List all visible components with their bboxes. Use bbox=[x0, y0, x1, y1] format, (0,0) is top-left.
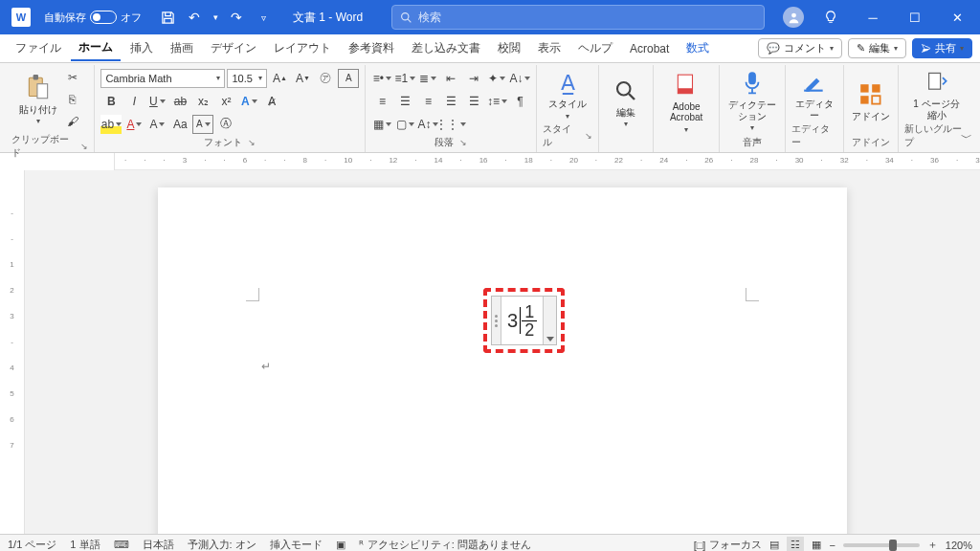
borders-button[interactable]: ▢ bbox=[394, 115, 415, 134]
view-web-layout[interactable]: ▦ bbox=[812, 539, 821, 551]
editor-button[interactable]: エディター bbox=[793, 68, 835, 121]
asian-layout-button[interactable]: ✦ bbox=[486, 69, 507, 88]
align-left-button[interactable]: ≡ bbox=[371, 92, 392, 111]
editing-mode-button[interactable]: ✎ 編集 ▾ bbox=[848, 38, 906, 58]
page-canvas[interactable]: ↵ 3 1 2 bbox=[25, 170, 980, 534]
equation-object[interactable]: 3 1 2 bbox=[491, 296, 557, 345]
tab-file[interactable]: ファイル bbox=[8, 36, 69, 60]
horizontal-ruler[interactable]: ···3··6··8·10·12·14·16·18·20·22·24·26·28… bbox=[115, 153, 980, 170]
tab-acrobat[interactable]: Acrobat bbox=[622, 38, 677, 59]
show-marks-button[interactable]: ¶ bbox=[509, 92, 530, 111]
strike-button[interactable]: ab bbox=[169, 92, 190, 111]
share-button[interactable]: ⮚ 共有 ▾ bbox=[912, 38, 972, 58]
shading-button[interactable]: ▦ bbox=[371, 115, 392, 134]
enclose-circle-button[interactable]: Ⓐ bbox=[215, 115, 236, 134]
char-border-button[interactable]: A bbox=[192, 115, 213, 134]
zoom-in-button[interactable]: ＋ bbox=[927, 538, 938, 551]
char-shading-button[interactable]: A bbox=[146, 115, 167, 134]
font-size-combo[interactable]: 10.5▾ bbox=[227, 69, 267, 88]
styles-button[interactable]: A̲ スタイル▾ bbox=[546, 68, 589, 121]
help-lightbulb-icon[interactable] bbox=[812, 0, 850, 34]
search-box[interactable]: 検索 bbox=[391, 5, 765, 30]
equation-content[interactable]: 3 1 2 bbox=[501, 297, 543, 344]
increase-indent-button[interactable]: ⇥ bbox=[463, 69, 484, 88]
zoom-slider[interactable] bbox=[843, 543, 920, 547]
font-name-combo[interactable]: Cambria Math▾ bbox=[100, 69, 225, 88]
tab-draw[interactable]: 描画 bbox=[163, 36, 201, 60]
tab-insert[interactable]: 挿入 bbox=[122, 36, 161, 60]
tab-mailings[interactable]: 差し込み文書 bbox=[404, 36, 488, 60]
collapse-ribbon-button[interactable]: ﹀ bbox=[961, 130, 972, 146]
status-text-predictions-icon[interactable]: ⌨ bbox=[114, 539, 129, 551]
zoom-out-button[interactable]: − bbox=[829, 540, 835, 551]
cut-button[interactable]: ✂ bbox=[62, 68, 83, 87]
shrink-font-button[interactable]: A▼ bbox=[292, 69, 313, 88]
tab-help[interactable]: ヘルプ bbox=[570, 36, 620, 60]
status-macro-icon[interactable]: ▣ bbox=[336, 539, 345, 551]
tab-references[interactable]: 参考資料 bbox=[341, 36, 402, 60]
shrink-one-page-button[interactable]: 1 ページ分縮小 bbox=[912, 68, 962, 121]
dictation-button[interactable]: ディクテーション▾ bbox=[725, 69, 779, 132]
status-language[interactable]: 日本語 bbox=[143, 538, 174, 551]
tab-design[interactable]: デザイン bbox=[203, 36, 264, 60]
font-color-button[interactable]: A bbox=[123, 115, 145, 134]
qat-customize[interactable]: ▿ bbox=[253, 7, 274, 28]
addins-button[interactable]: アドイン bbox=[850, 80, 892, 122]
status-insert-mode[interactable]: 挿入モード bbox=[270, 538, 323, 551]
copy-button[interactable]: ⎘ bbox=[62, 90, 83, 109]
tab-layout[interactable]: レイアウト bbox=[266, 36, 339, 60]
italic-button[interactable]: I bbox=[123, 92, 145, 111]
format-painter-button[interactable]: 🖌 bbox=[62, 112, 83, 131]
align-right-button[interactable]: ≡ bbox=[417, 92, 438, 111]
numbering-button[interactable]: ≡1 bbox=[394, 69, 415, 88]
equation-options-dropdown[interactable] bbox=[543, 297, 556, 344]
phonetic-guide-button[interactable]: ㋐ bbox=[315, 69, 336, 88]
paragraph-settings-button[interactable]: ⋮⋮ bbox=[440, 115, 461, 134]
sort-button[interactable]: A↓ bbox=[509, 69, 530, 88]
view-print-layout[interactable]: ☷ bbox=[787, 537, 804, 551]
account-avatar[interactable] bbox=[783, 7, 804, 28]
maximize-button[interactable]: ☐ bbox=[896, 0, 934, 34]
enclose-chars-button[interactable]: A bbox=[338, 69, 359, 88]
equation-move-handle[interactable] bbox=[492, 297, 501, 344]
tab-home[interactable]: ホーム bbox=[71, 35, 121, 61]
underline-button[interactable]: U bbox=[146, 92, 167, 111]
change-case-button[interactable]: Aa bbox=[169, 115, 190, 134]
bullets-button[interactable]: ≡• bbox=[371, 69, 392, 88]
status-accessibility[interactable]: ᴿ アクセシビリティ: 問題ありません bbox=[359, 538, 531, 551]
dialog-launcher-icon[interactable]: ↘ bbox=[80, 142, 88, 151]
bold-button[interactable]: B bbox=[100, 92, 122, 111]
redo-button[interactable]: ↷ bbox=[226, 7, 247, 28]
zoom-level[interactable]: 120% bbox=[946, 540, 972, 551]
subscript-button[interactable]: x₂ bbox=[192, 92, 213, 111]
highlight-button[interactable]: ab bbox=[100, 115, 122, 134]
text-effects-button[interactable]: A bbox=[238, 92, 259, 111]
tab-review[interactable]: 校閲 bbox=[490, 36, 528, 60]
distribute-button[interactable]: ☰ bbox=[463, 92, 484, 111]
undo-button[interactable]: ↶ bbox=[184, 7, 205, 28]
superscript-button[interactable]: x² bbox=[215, 92, 236, 111]
status-predictive[interactable]: 予測入力: オン bbox=[188, 538, 256, 551]
minimize-button[interactable]: ─ bbox=[854, 0, 892, 34]
status-page[interactable]: 1/1 ページ bbox=[8, 538, 56, 551]
status-words[interactable]: 1 単語 bbox=[70, 538, 100, 551]
justify-button[interactable]: ☰ bbox=[440, 92, 461, 111]
paste-button[interactable]: 貼り付け ▾ bbox=[17, 74, 59, 126]
align-center-button[interactable]: ☰ bbox=[394, 92, 415, 111]
comments-button[interactable]: 💬 コメント ▾ bbox=[758, 38, 842, 58]
save-icon[interactable] bbox=[157, 7, 178, 28]
tab-equation[interactable]: 数式 bbox=[679, 36, 717, 60]
grow-font-button[interactable]: A▲ bbox=[269, 69, 290, 88]
undo-dropdown[interactable]: ▾ bbox=[211, 7, 220, 28]
autosave-toggle[interactable]: 自動保存 オフ bbox=[38, 9, 147, 27]
close-button[interactable]: ✕ bbox=[938, 0, 976, 34]
decrease-indent-button[interactable]: ⇤ bbox=[440, 69, 461, 88]
dialog-launcher-icon[interactable]: ↘ bbox=[585, 131, 592, 141]
clear-formatting-button[interactable]: A̷ bbox=[261, 92, 282, 111]
adobe-acrobat-button[interactable]: Adobe Acrobat▾ bbox=[659, 71, 713, 134]
vertical-ruler[interactable]: --123-4567 bbox=[0, 170, 25, 534]
multilevel-button[interactable]: ≣ bbox=[417, 69, 438, 88]
dialog-launcher-icon[interactable]: ↘ bbox=[248, 138, 256, 147]
find-replace-button[interactable]: 編集▾ bbox=[605, 77, 647, 129]
dialog-launcher-icon[interactable]: ↘ bbox=[459, 138, 467, 147]
